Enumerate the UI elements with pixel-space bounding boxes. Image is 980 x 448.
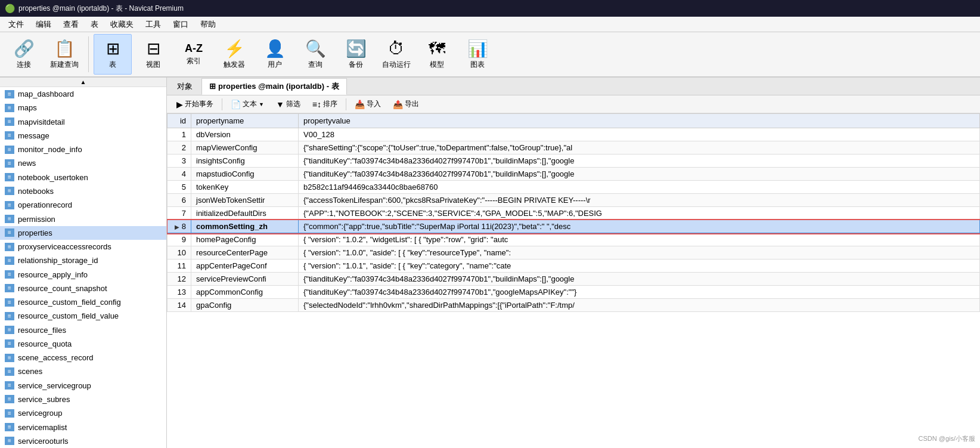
autorun-label: 自动运行 bbox=[382, 60, 411, 70]
toolbar-btn-chart[interactable]: 📊图表 bbox=[458, 34, 497, 75]
sidebar-item-properties[interactable]: ≡properties bbox=[0, 226, 166, 240]
toolbar-btn-query[interactable]: 🔍查询 bbox=[296, 34, 334, 75]
row-propertyname-cell: mapstudioConfig bbox=[191, 168, 299, 181]
toolbar-btn-index[interactable]: A-Z索引 bbox=[175, 34, 213, 75]
toolbar-btn-model[interactable]: 🗺模型 bbox=[418, 34, 456, 75]
sub-btn-filter[interactable]: ▼筛选 bbox=[271, 98, 305, 110]
window-title: properties @main (iportaldb) - 表 - Navic… bbox=[18, 4, 184, 14]
tab-object[interactable]: 对象 bbox=[169, 78, 200, 95]
row-id-cell: 2 bbox=[168, 141, 191, 155]
sidebar-item-relationship_storage_id[interactable]: ≡relationship_storage_id bbox=[0, 254, 166, 267]
row-id-cell: 10 bbox=[168, 246, 191, 259]
toolbar-btn-user[interactable]: 👤用户 bbox=[256, 34, 294, 75]
table-row[interactable]: 6jsonWebTokenSettir{"accessTokenLifespan… bbox=[168, 194, 980, 207]
sidebar-item-notebooks[interactable]: ≡notebooks bbox=[0, 184, 166, 198]
tab-active[interactable]: ⊞ properties @main (iportaldb) - 表 bbox=[201, 78, 347, 95]
start-transaction-label: 开始事务 bbox=[185, 99, 213, 109]
sidebar-item-service_subres[interactable]: ≡service_subres bbox=[0, 393, 166, 406]
table-row[interactable]: 5tokenKeyb2582c11af94469ca33440c8bae6876… bbox=[168, 181, 980, 194]
sidebar-item-permission[interactable]: ≡permission bbox=[0, 212, 166, 225]
table-row[interactable]: 10resourceCenterPage{ "version": "1.0.0"… bbox=[168, 246, 980, 259]
menu-item-文件[interactable]: 文件 bbox=[2, 18, 30, 31]
table-row[interactable]: 12servicePreviewConfi{"tiandituKey":"fa0… bbox=[168, 273, 980, 286]
sidebar[interactable]: ▲ ≡map_dashboard≡maps≡mapvisitdetail≡mes… bbox=[0, 78, 167, 448]
sidebar-item-resource_files[interactable]: ≡resource_files bbox=[0, 323, 166, 337]
sidebar-item-resource_count_snapshot[interactable]: ≡resource_count_snapshot bbox=[0, 282, 166, 295]
row-propertyname-cell: gpaConfig bbox=[191, 299, 299, 312]
row-id-cell: ▶ 8 bbox=[168, 220, 191, 233]
col-id: id bbox=[168, 114, 191, 128]
sub-btn-sort[interactable]: ≡↕排序 bbox=[308, 98, 342, 110]
row-propertyname-cell: jsonWebTokenSettir bbox=[191, 194, 299, 207]
toolbar-btn-connect[interactable]: 🔗连接 bbox=[5, 34, 43, 75]
connect-label: 连接 bbox=[17, 60, 31, 70]
menu-item-帮助[interactable]: 帮助 bbox=[194, 18, 222, 31]
sidebar-item-resource_custom_field_value[interactable]: ≡resource_custom_field_value bbox=[0, 309, 166, 323]
toolbar-btn-view[interactable]: ⊟视图 bbox=[134, 34, 172, 75]
backup-label: 备份 bbox=[349, 60, 363, 70]
table-icon: ≡ bbox=[5, 298, 14, 307]
table-row[interactable]: 1dbVersionV00_128 bbox=[168, 128, 980, 141]
sidebar-item-scenes[interactable]: ≡scenes bbox=[0, 364, 166, 378]
sub-btn-text[interactable]: 📄文本▼ bbox=[226, 98, 269, 110]
sidebar-item-monitor_node_info[interactable]: ≡monitor_node_info bbox=[0, 143, 166, 156]
sub-btn-start-transaction[interactable]: ▶开始事务 bbox=[172, 98, 218, 110]
table-row[interactable]: 9homePageConfig{ "version": "1.0.2", "wi… bbox=[168, 233, 980, 246]
row-propertyvalue-cell: {"APP":1,"NOTEBOOK":2,"SCENE":3,"SERVICE… bbox=[299, 207, 980, 220]
sidebar-item-message[interactable]: ≡message bbox=[0, 129, 166, 143]
table-row[interactable]: 7initializedDefaultDirs{"APP":1,"NOTEBOO… bbox=[168, 207, 980, 220]
sidebar-item-operationrecord[interactable]: ≡operationrecord bbox=[0, 198, 166, 212]
menu-item-窗口[interactable]: 窗口 bbox=[167, 18, 194, 31]
sidebar-item-servicemaplist[interactable]: ≡servicemaplist bbox=[0, 420, 166, 434]
sidebar-item-proxyserviceaccessrecords[interactable]: ≡proxyserviceaccessrecords bbox=[0, 240, 166, 254]
toolbar-btn-autorun[interactable]: ⏱自动运行 bbox=[377, 34, 415, 75]
toolbar-btn-new-query[interactable]: 📋新建查询 bbox=[45, 34, 83, 75]
row-propertyvalue-cell: {"tiandituKey":"fa03974c34b48a2336d4027f… bbox=[299, 273, 980, 286]
menu-item-查看[interactable]: 查看 bbox=[57, 18, 85, 31]
watermark: CSDN @gis/小客服 bbox=[918, 434, 975, 443]
sub-btn-export[interactable]: 📤导出 bbox=[388, 98, 424, 110]
row-propertyname-cell: tokenKey bbox=[191, 181, 299, 194]
menu-item-收藏夹[interactable]: 收藏夹 bbox=[104, 18, 139, 31]
table-icon: ≡ bbox=[5, 423, 14, 431]
menu-item-工具[interactable]: 工具 bbox=[139, 18, 167, 31]
row-propertyvalue-cell: {"accessTokenLifespan":600,"pkcs8RsaPriv… bbox=[299, 194, 980, 207]
autorun-icon: ⏱ bbox=[388, 39, 405, 58]
sidebar-scroll-up[interactable]: ▲ bbox=[0, 78, 166, 87]
sidebar-label-relationship_storage_id: relationship_storage_id bbox=[18, 256, 98, 265]
table-row[interactable]: 14gpaConfig{"selectedNodeId":"lrhh0vkm",… bbox=[168, 299, 980, 312]
sidebar-item-scene_access_record[interactable]: ≡scene_access_record bbox=[0, 351, 166, 364]
menu-item-编辑[interactable]: 编辑 bbox=[30, 18, 57, 31]
sidebar-item-service_servicegroup[interactable]: ≡service_servicegroup bbox=[0, 379, 166, 393]
table-icon: ≡ bbox=[5, 437, 14, 445]
sidebar-item-maps[interactable]: ≡maps bbox=[0, 101, 166, 115]
connect-icon: 🔗 bbox=[14, 39, 35, 58]
filter-label: 筛选 bbox=[286, 99, 300, 109]
sidebar-item-news[interactable]: ≡news bbox=[0, 156, 166, 170]
table-row[interactable]: 3insightsConfig{"tiandituKey":"fa03974c3… bbox=[168, 155, 980, 168]
titlebar: 🟢 properties @main (iportaldb) - 表 - Nav… bbox=[0, 0, 980, 17]
model-label: 模型 bbox=[430, 60, 444, 70]
sort-label: 排序 bbox=[323, 99, 337, 109]
toolbar-btn-backup[interactable]: 🔄备份 bbox=[337, 34, 375, 75]
row-propertyname-cell: mapViewerConfig bbox=[191, 141, 299, 155]
sidebar-item-resource_apply_info[interactable]: ≡resource_apply_info bbox=[0, 267, 166, 281]
table-row[interactable]: 4mapstudioConfig{"tiandituKey":"fa03974c… bbox=[168, 168, 980, 181]
sidebar-label-scenes: scenes bbox=[18, 367, 42, 376]
table-area[interactable]: id propertyname propertyvalue 1dbVersion… bbox=[167, 113, 980, 448]
sub-btn-import[interactable]: 📥导入 bbox=[350, 98, 386, 110]
toolbar-btn-table[interactable]: ⊞表 bbox=[94, 34, 132, 75]
sidebar-item-resource_quota[interactable]: ≡resource_quota bbox=[0, 337, 166, 351]
table-row[interactable]: 2mapViewerConfig{"shareSetting":{"scope"… bbox=[168, 141, 980, 155]
sidebar-item-mapvisitdetail[interactable]: ≡mapvisitdetail bbox=[0, 115, 166, 129]
sidebar-item-notebook_usertoken[interactable]: ≡notebook_usertoken bbox=[0, 171, 166, 184]
sidebar-item-servicerooturls[interactable]: ≡servicerooturls bbox=[0, 434, 166, 448]
sidebar-item-servicegroup[interactable]: ≡servicegroup bbox=[0, 406, 166, 420]
toolbar-btn-trigger[interactable]: ⚡触发器 bbox=[215, 34, 253, 75]
table-row[interactable]: 13appCommonConfig{"tiandituKey":"fa03974… bbox=[168, 286, 980, 299]
table-row[interactable]: 11appCenterPageConf{ "version": "1.0.1",… bbox=[168, 259, 980, 273]
sidebar-item-resource_custom_field_config[interactable]: ≡resource_custom_field_config bbox=[0, 295, 166, 309]
menu-item-表[interactable]: 表 bbox=[85, 18, 104, 31]
table-row[interactable]: ▶ 8commonSetting_zh{"common":{"app":true… bbox=[168, 220, 980, 233]
sidebar-item-map_dashboard[interactable]: ≡map_dashboard bbox=[0, 87, 166, 101]
